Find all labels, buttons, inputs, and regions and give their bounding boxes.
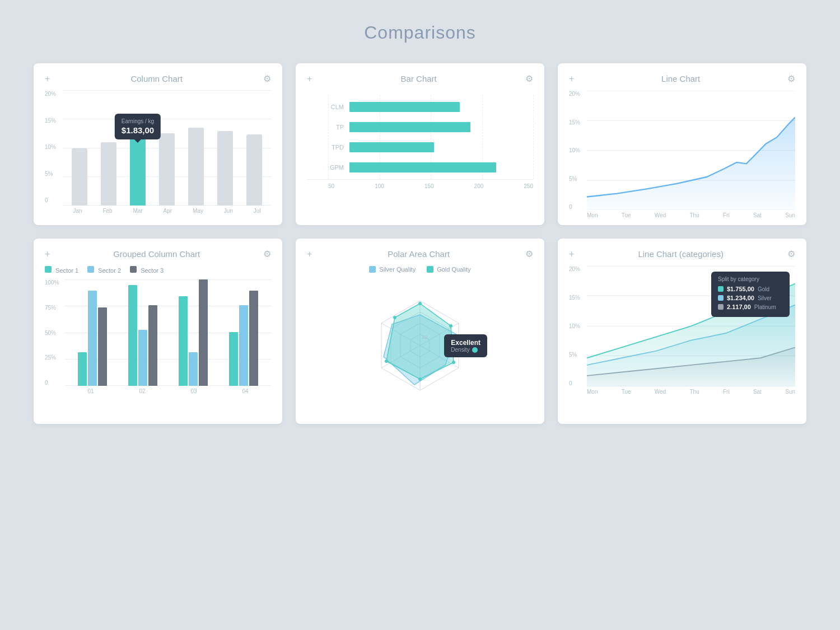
bar-bg-clm[interactable] [349,102,533,112]
column-x-axis: Jan Feb Mar Apr May Jun Jul [45,206,271,214]
line-cats-chart-card: + Line Chart (categories) ⚙ 0 5% 10% 15%… [558,239,806,424]
polar-legend-dot-gold [427,266,433,273]
add-icon[interactable]: + [569,249,574,259]
add-icon[interactable]: + [569,74,574,84]
bar-bg-tpd[interactable] [349,142,533,152]
polar-chart-title: Polar Area Chart [312,249,525,259]
column-bars: Earnings / kg $1.83,00 [63,91,271,206]
column-bar-jun[interactable] [217,131,233,206]
grouped-bar-02-s3[interactable] [148,305,157,386]
polar-legend-gold: Gold Quality [427,266,471,273]
gear-icon[interactable]: ⚙ [787,249,795,259]
line-cats-chart-area: 0 5% 10% 15% 20% [569,266,795,389]
cats-label-gold: Gold [758,286,769,292]
svg-point-19 [452,361,455,364]
cats-label-platinum: Platinum [754,304,776,310]
bar-row-tpd: TPD [328,142,533,152]
cats-dot-silver [718,295,724,301]
bar-bg-tp[interactable] [349,122,533,132]
svg-point-20 [418,377,422,381]
bar-fill-tpd [349,142,434,152]
bar-fill-clm [349,102,460,112]
svg-point-18 [449,324,452,328]
grouped-bars-area [65,279,271,386]
grouped-bar-01-s1[interactable] [78,352,87,386]
grouped-chart-header: + Grouped Column Chart ⚙ [45,249,271,259]
column-bar-may[interactable] [188,128,204,206]
grouped-bar-01-s3[interactable] [98,307,107,386]
bar-row-gpm: GPM [328,162,533,172]
line-x-axis: Mon Tue Wed Thu Fri Sat Sun [569,210,795,218]
line-chart-title: Line Chart [574,74,787,83]
column-chart-header: + Column Chart ⚙ [45,73,271,84]
cats-dot-gold [718,286,724,292]
column-chart-title: Column Chart [50,74,263,83]
column-bar-jul[interactable] [246,134,262,206]
line-cats-tooltip: Split by category $1.755,00 Gold $1.234,… [711,272,790,317]
grouped-bar-02-s1[interactable] [128,285,137,386]
bar-row-tp: TP [328,122,533,132]
bar-label-gpm: GPM [328,164,349,171]
grouped-y-axis: 0 25% 50% 75% 100% [45,279,65,386]
grouped-chart-card: + Grouped Column Chart ⚙ Sector 1 Sector… [34,239,282,424]
bar-chart-header: + Bar Chart ⚙ [307,73,533,84]
polar-chart-card: + Polar Area Chart ⚙ Silver Quality Gold… [296,239,544,424]
legend-sector1: Sector 1 [45,266,78,274]
line-chart-card: + Line Chart ⚙ 0 5% 10% 15% 20% [558,63,806,225]
add-icon[interactable]: + [307,249,312,259]
column-bar-apr[interactable] [159,133,175,206]
bar-bg-gpm[interactable] [349,162,533,172]
column-bar-jan[interactable] [72,148,87,206]
polar-tooltip-content: Excellent Density [451,339,480,353]
grouped-bar-01-s2[interactable] [88,291,97,386]
page-title: Comparisons [364,22,476,43]
column-tooltip: Earnings / kg $1.83,00 [115,114,161,139]
bar-label-tpd: TPD [328,144,349,151]
polar-svg-container: 10 F A B C D E Excellent De [342,278,498,413]
gear-icon[interactable]: ⚙ [525,249,533,259]
polar-tooltip-dot [472,347,478,353]
add-icon[interactable]: + [45,249,50,259]
legend-dot-sector2 [87,266,94,273]
add-icon[interactable]: + [307,74,312,84]
grouped-bar-04-s3[interactable] [249,291,258,386]
column-y-axis: 0 5% 10% 15% 20% [45,91,63,206]
grouped-bar-04-s2[interactable] [239,305,248,386]
grouped-group-02 [128,285,157,386]
gear-icon[interactable]: ⚙ [263,249,271,259]
legend-dot-sector1 [45,266,52,273]
legend-sector3: Sector 3 [130,266,164,274]
bar-fill-tp [349,122,470,132]
bar-fill-gpm [349,162,496,172]
grouped-bar-03-s2[interactable] [189,352,198,386]
cats-value-platinum: 2.117,00 [727,304,751,310]
grouped-bar-03-s1[interactable] [179,296,188,386]
cats-tooltip-row-silver: $1.234,00 Silver [718,295,783,301]
grouped-bar-03-s3[interactable] [199,279,208,386]
cats-label-silver: Silver [758,295,772,301]
grouped-bar-02-s2[interactable] [138,330,147,386]
gear-icon[interactable]: ⚙ [787,73,795,84]
grouped-group-01 [78,291,107,386]
cats-tooltip-title: Split by category [718,276,783,282]
gear-icon[interactable]: ⚙ [525,73,533,84]
grouped-x-axis: 01 02 03 04 [45,386,271,394]
cats-tooltip-row-platinum: 2.117,00 Platinum [718,304,783,310]
gear-icon[interactable]: ⚙ [263,73,271,84]
grouped-legend: Sector 1 Sector 2 Sector 3 [45,266,271,274]
column-bar-feb[interactable] [101,142,116,206]
tooltip-label: Earnings / kg [122,118,154,124]
cats-tooltip-row-gold: $1.755,00 Gold [718,286,783,292]
line-svg-container [587,91,795,210]
grouped-chart-title: Grouped Column Chart [50,249,263,259]
linecats-svg-container: Split by category $1.755,00 Gold $1.234,… [587,266,795,386]
cats-value-silver: $1.234,00 [727,295,754,301]
add-icon[interactable]: + [45,74,50,84]
column-bar-mar[interactable]: Earnings / kg $1.83,00 [130,119,146,206]
bar-label-tp: TP [328,124,349,130]
bar-x-axis: 50 100 150 200 250 [307,179,533,189]
grouped-bar-04-s1[interactable] [229,332,238,386]
polar-legend-silver: Silver Quality [369,266,416,273]
linecats-x-axis: Mon Tue Wed Thu Fri Sat Sun [569,386,795,395]
column-bars-container: Earnings / kg $1.83,00 [63,91,271,206]
